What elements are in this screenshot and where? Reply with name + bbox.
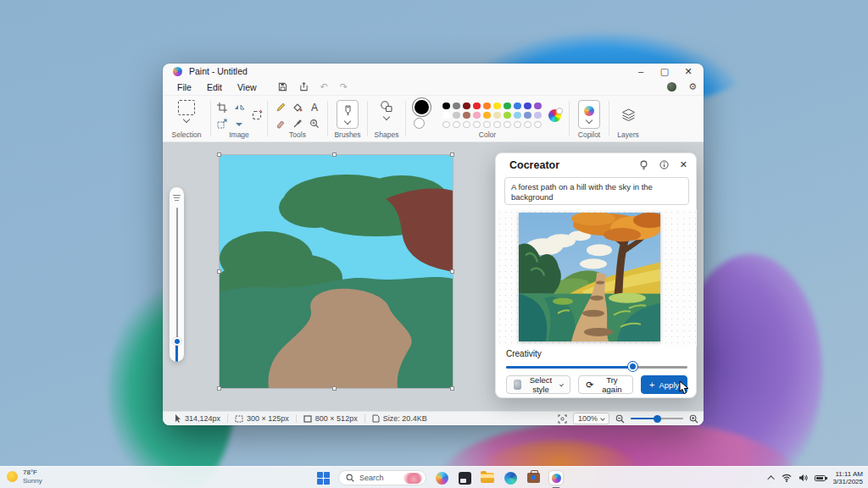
zoom-slider-thumb[interactable]	[654, 415, 661, 423]
copilot-button[interactable]	[578, 100, 600, 129]
brush-size-thumb[interactable]	[173, 337, 181, 346]
selection-handle[interactable]	[450, 269, 454, 274]
drawing-canvas[interactable]	[220, 155, 453, 388]
shapes-button[interactable]	[380, 100, 393, 119]
share-icon[interactable]	[299, 82, 309, 92]
color-picker-icon[interactable]	[292, 119, 303, 129]
lightbulb-icon[interactable]	[639, 160, 648, 170]
crop-icon[interactable]	[217, 103, 227, 113]
wifi-icon[interactable]	[782, 474, 792, 482]
color-swatch[interactable]	[534, 103, 542, 110]
clock[interactable]: 11:11 AM 3/31/2025	[832, 470, 863, 486]
color-swatch[interactable]	[493, 121, 501, 129]
color-swatch[interactable]	[534, 121, 542, 129]
color-swatch[interactable]	[524, 103, 531, 110]
briefcase-app-icon[interactable]	[526, 470, 541, 485]
selection-handle[interactable]	[450, 386, 454, 391]
color-swatch[interactable]	[514, 112, 521, 119]
selection-handle[interactable]	[217, 386, 221, 391]
eraser-icon[interactable]	[275, 119, 286, 129]
volume-icon[interactable]	[798, 474, 808, 482]
zoom-level-dropdown[interactable]: 100%	[573, 413, 609, 424]
color-swatch[interactable]	[504, 121, 511, 129]
color-swatch[interactable]	[473, 112, 481, 119]
color-swatch[interactable]	[483, 121, 491, 129]
edit-colors-wheel-icon[interactable]	[548, 109, 561, 122]
color-swatch[interactable]	[504, 103, 511, 110]
info-icon[interactable]	[659, 160, 669, 169]
color-swatch[interactable]	[524, 112, 531, 119]
start-button[interactable]	[315, 470, 331, 485]
color-swatch[interactable]	[514, 103, 521, 110]
secondary-color-swatch[interactable]	[414, 118, 425, 129]
weather-widget[interactable]: 78°F Sunny	[7, 469, 42, 485]
selection-tool-button[interactable]	[178, 100, 195, 122]
color-swatch[interactable]	[463, 103, 470, 110]
color-swatch[interactable]	[504, 112, 511, 119]
flip-horizontal-icon[interactable]	[234, 103, 245, 113]
hidden-icons-chevron[interactable]	[768, 475, 775, 482]
generated-image[interactable]	[519, 213, 660, 341]
selection-handle[interactable]	[217, 269, 221, 274]
taskbar-paint-icon[interactable]	[548, 470, 564, 485]
minimize-button[interactable]: –	[629, 64, 653, 79]
color-swatch[interactable]	[493, 112, 501, 119]
color-swatch[interactable]	[473, 103, 481, 110]
color-swatch[interactable]	[442, 121, 450, 129]
color-swatch[interactable]	[483, 112, 491, 119]
color-swatch[interactable]	[473, 121, 481, 129]
selection-handle[interactable]	[332, 152, 337, 157]
brush-size-slider[interactable]	[170, 187, 184, 362]
menu-view[interactable]: View	[230, 80, 264, 94]
fill-bucket-icon[interactable]	[292, 103, 303, 113]
settings-gear-icon[interactable]: ⚙	[688, 81, 697, 92]
task-view-icon[interactable]	[457, 470, 472, 485]
zoom-in-icon[interactable]	[689, 414, 698, 424]
color-swatch[interactable]	[524, 121, 531, 129]
maximize-button[interactable]: ▢	[653, 64, 676, 79]
pencil-icon[interactable]	[275, 103, 286, 113]
brushes-button[interactable]	[337, 100, 359, 129]
close-icon[interactable]: ✕	[680, 159, 687, 170]
color-swatch[interactable]	[493, 103, 501, 110]
edge-browser-icon[interactable]	[503, 470, 518, 485]
rotate-icon[interactable]	[250, 108, 264, 122]
selection-handle[interactable]	[450, 152, 454, 157]
color-swatch[interactable]	[453, 103, 460, 110]
layers-button[interactable]	[621, 100, 636, 130]
menu-edit[interactable]: Edit	[199, 80, 230, 94]
selection-handle[interactable]	[217, 152, 221, 157]
color-swatch[interactable]	[534, 112, 542, 119]
flip-vertical-icon[interactable]	[234, 119, 245, 129]
search-box[interactable]: Search	[338, 470, 426, 485]
magnifier-icon[interactable]	[309, 119, 320, 129]
color-swatch[interactable]	[463, 112, 470, 119]
color-swatch[interactable]	[514, 121, 521, 129]
color-swatch[interactable]	[483, 103, 491, 110]
save-icon[interactable]	[278, 82, 287, 92]
color-swatch[interactable]	[463, 121, 470, 129]
taskbar-copilot-icon[interactable]	[434, 470, 449, 485]
creativity-slider-thumb[interactable]	[628, 362, 637, 371]
color-swatch[interactable]	[453, 112, 460, 119]
color-swatch[interactable]	[442, 103, 450, 110]
try-again-button[interactable]: ⟳ Try again	[578, 375, 633, 394]
redo-icon[interactable]: ↷	[340, 81, 348, 92]
color-swatch[interactable]	[453, 121, 460, 129]
menu-file[interactable]: File	[170, 80, 199, 94]
battery-icon[interactable]	[815, 475, 826, 481]
resize-icon[interactable]	[217, 119, 227, 129]
prompt-input[interactable]: A forest path on a hill with the sky in …	[504, 177, 689, 205]
file-explorer-icon[interactable]	[480, 470, 495, 485]
close-button[interactable]: ✕	[676, 64, 700, 79]
zoom-out-icon[interactable]	[615, 414, 625, 424]
primary-color-swatch[interactable]	[415, 100, 429, 114]
undo-icon[interactable]: ↶	[320, 81, 328, 92]
fit-to-screen-icon[interactable]	[558, 414, 567, 424]
zoom-slider[interactable]	[631, 418, 683, 419]
color-swatch[interactable]	[442, 112, 450, 119]
creativity-slider[interactable]	[506, 363, 687, 371]
selection-handle[interactable]	[332, 386, 337, 391]
text-tool-icon[interactable]: A	[311, 103, 318, 113]
account-avatar[interactable]	[667, 82, 676, 92]
